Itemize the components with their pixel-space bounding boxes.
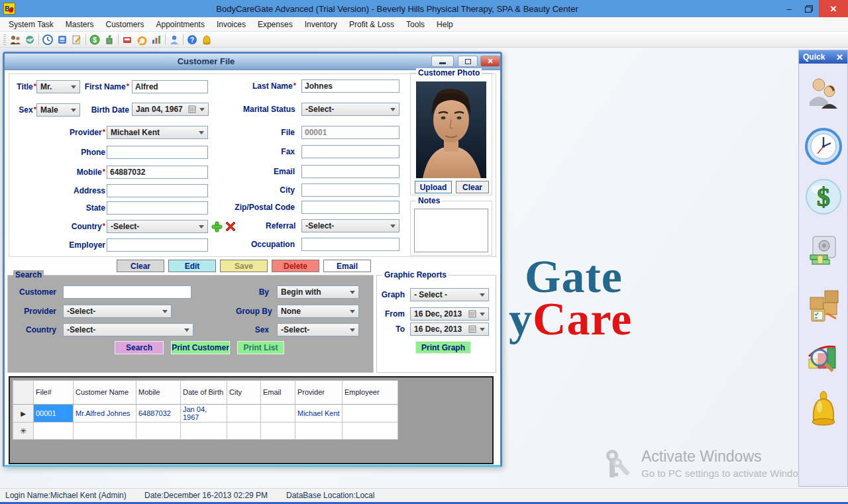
menu-tools[interactable]: Tools bbox=[400, 17, 431, 32]
menu-customers[interactable]: Customers bbox=[100, 17, 150, 32]
grid-cell-date-of-birth[interactable]: Jan 04, 1967 bbox=[181, 405, 227, 423]
grid-new-row-selector[interactable]: ✳ bbox=[13, 423, 34, 440]
referral-select[interactable]: -Select- bbox=[301, 219, 399, 232]
grid-header-file[interactable]: File# bbox=[34, 381, 74, 405]
grid-header-mobile[interactable]: Mobile bbox=[136, 381, 181, 405]
search-customer-input[interactable] bbox=[63, 285, 191, 299]
grid-cell-empty[interactable] bbox=[261, 423, 295, 440]
menu-invoices[interactable]: Invoices bbox=[211, 17, 252, 32]
from-date-picker[interactable]: 16 Dec, 2013 bbox=[410, 307, 489, 321]
print-customer-button[interactable]: Print Customer bbox=[171, 341, 230, 354]
dialog-maximize-button[interactable] bbox=[458, 56, 478, 67]
menu-system-task[interactable]: System Task bbox=[3, 17, 60, 32]
phone-field[interactable] bbox=[107, 146, 208, 159]
minimize-button[interactable]: – bbox=[779, 0, 799, 17]
email-button[interactable]: Email bbox=[323, 260, 371, 272]
sex-select[interactable]: Male bbox=[36, 103, 80, 117]
notes-textarea[interactable] bbox=[414, 209, 488, 252]
first-name-field[interactable] bbox=[132, 80, 208, 93]
menu-profit-loss[interactable]: Profit & Loss bbox=[343, 17, 400, 32]
fax-field[interactable] bbox=[301, 145, 399, 158]
graph-select[interactable]: - Select - bbox=[410, 288, 489, 301]
state-field[interactable] bbox=[107, 201, 208, 215]
quick-inventory-icon[interactable] bbox=[804, 286, 843, 325]
edit-button[interactable]: Edit bbox=[168, 260, 216, 272]
provider-select[interactable]: Michael Kent bbox=[107, 126, 208, 139]
contacts-icon[interactable] bbox=[55, 33, 70, 46]
search-sex-select[interactable]: -Select- bbox=[277, 323, 359, 336]
grid-cell-empty[interactable] bbox=[74, 423, 136, 440]
grid-cell-empty[interactable] bbox=[136, 423, 181, 440]
payments-icon[interactable]: $ bbox=[87, 33, 102, 46]
help-icon[interactable]: ? bbox=[185, 33, 199, 46]
birth-date-picker[interactable]: Jan 04, 1967 bbox=[132, 103, 209, 116]
last-name-field[interactable] bbox=[301, 79, 399, 93]
expenses-icon[interactable] bbox=[102, 33, 117, 46]
title-select[interactable]: Mr. bbox=[36, 80, 80, 93]
address-field[interactable] bbox=[107, 184, 208, 197]
to-date-picker[interactable]: 16 Dec, 2013 bbox=[410, 323, 489, 336]
delete-button[interactable]: Delete bbox=[272, 260, 319, 272]
grid-cell-city[interactable] bbox=[227, 405, 261, 423]
grid-cell-empty[interactable] bbox=[343, 423, 398, 440]
grid-cell-empty[interactable] bbox=[34, 423, 74, 440]
grid-header-customer-name[interactable]: Customer Name bbox=[74, 381, 136, 405]
grid-cell-empty[interactable] bbox=[227, 423, 261, 440]
print-graph-button[interactable]: Print Graph bbox=[415, 341, 471, 354]
quick-appointments-icon[interactable] bbox=[804, 127, 843, 166]
print-list-button[interactable]: Print List bbox=[237, 341, 284, 354]
quick-close-icon[interactable]: ✕ bbox=[836, 52, 843, 62]
delete-country-icon[interactable] bbox=[225, 221, 236, 232]
dialog-minimize-button[interactable] bbox=[431, 56, 454, 67]
menu-appointments[interactable]: Appointments bbox=[150, 17, 211, 32]
staff-icon[interactable] bbox=[167, 33, 182, 46]
add-country-icon[interactable] bbox=[211, 221, 223, 232]
quick-payments-icon[interactable]: $ bbox=[804, 177, 843, 216]
quick-reminders-icon[interactable] bbox=[804, 391, 843, 429]
search-country-select[interactable]: -Select- bbox=[63, 323, 193, 336]
clear-photo-button[interactable]: Clear bbox=[456, 181, 489, 193]
country-select[interactable]: -Select- bbox=[107, 220, 208, 233]
clear-button[interactable]: Clear bbox=[117, 260, 164, 272]
invoices-icon[interactable] bbox=[70, 33, 84, 46]
grid-cell-mobile[interactable]: 64887032 bbox=[136, 405, 181, 423]
email-field[interactable] bbox=[301, 165, 399, 178]
reminders-icon[interactable] bbox=[199, 33, 214, 46]
menu-masters[interactable]: Masters bbox=[60, 17, 100, 32]
employer-field[interactable] bbox=[107, 238, 208, 252]
marital-status-select[interactable]: -Select- bbox=[301, 103, 399, 116]
file-number-field[interactable] bbox=[301, 126, 399, 139]
appointments-icon[interactable] bbox=[40, 33, 55, 46]
quick-reports-icon[interactable] bbox=[804, 339, 843, 378]
search-by-select[interactable]: Begin with bbox=[277, 285, 359, 299]
grid-cell-empty[interactable] bbox=[181, 423, 227, 440]
grid-header-city[interactable]: City bbox=[227, 381, 261, 405]
dialog-close-button[interactable]: ✕ bbox=[480, 56, 500, 67]
grid-header-date-of-birth[interactable]: Date of Birth bbox=[181, 381, 227, 405]
occupation-field[interactable] bbox=[301, 238, 399, 251]
menu-inventory[interactable]: Inventory bbox=[299, 17, 343, 32]
menu-help[interactable]: Help bbox=[431, 17, 459, 32]
grid-cell-provider[interactable]: Michael Kent bbox=[295, 405, 343, 423]
quick-customers-icon[interactable] bbox=[804, 74, 843, 113]
restore-button[interactable] bbox=[799, 0, 819, 17]
grid-cell-employeer[interactable] bbox=[343, 405, 398, 423]
upload-photo-button[interactable]: Upload bbox=[415, 181, 452, 193]
pos-icon[interactable] bbox=[120, 33, 134, 46]
search-button[interactable]: Search bbox=[115, 341, 164, 354]
search-group-by-select[interactable]: None bbox=[277, 305, 359, 318]
grid-row-selector[interactable]: ▶ bbox=[13, 405, 34, 423]
grid-header-provider[interactable]: Provider bbox=[295, 381, 343, 405]
mobile-field[interactable] bbox=[107, 166, 208, 179]
search-provider-select[interactable]: -Select- bbox=[63, 305, 172, 318]
quick-expenses-icon[interactable] bbox=[804, 232, 843, 270]
grid-cell-email[interactable] bbox=[261, 405, 295, 423]
grid-header-employeer[interactable]: Employeer bbox=[343, 381, 398, 405]
grid-cell-customer-name[interactable]: Mr.Alfred Johnes bbox=[74, 405, 136, 423]
customers-icon[interactable] bbox=[8, 33, 23, 46]
refresh-icon[interactable] bbox=[134, 33, 149, 46]
city-field[interactable] bbox=[301, 183, 399, 197]
grid-cell-empty[interactable] bbox=[295, 423, 343, 440]
zip-field[interactable] bbox=[301, 201, 399, 214]
reports-icon[interactable] bbox=[149, 33, 164, 46]
